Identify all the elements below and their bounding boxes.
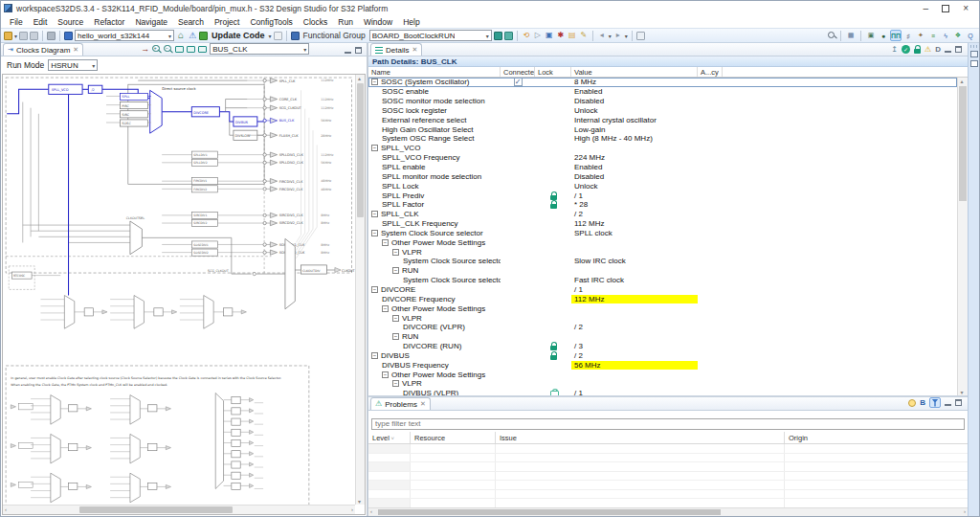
table-row[interactable]: SPLL_CLK Frequency112 MHz — [368, 219, 957, 229]
save-all-button[interactable] — [30, 32, 38, 40]
zoom-out-icon[interactable]: − — [164, 45, 172, 54]
fit-screen-icon[interactable] — [175, 46, 184, 53]
table-row[interactable]: DIVCORE (VLPR)/ 2 — [368, 323, 957, 332]
update-code-dropdown[interactable]: ▾ — [269, 33, 272, 39]
table-row[interactable]: −SPLL_VCO — [368, 144, 957, 153]
menu-navigate[interactable]: Navigate — [130, 17, 172, 27]
diagram-hscrollbar[interactable]: ‹ › — [3, 505, 355, 514]
tree-expander-icon[interactable]: − — [392, 333, 399, 340]
tab-details[interactable]: Details ✕ — [370, 43, 422, 56]
maximize-view-icon[interactable] — [955, 46, 962, 53]
close-icon[interactable]: ✕ — [73, 46, 78, 54]
tree-expander-icon[interactable]: − — [392, 380, 399, 387]
tree-expander-icon[interactable]: − — [392, 267, 399, 274]
problems-column-resource[interactable]: Resource — [411, 432, 496, 443]
menu-source[interactable]: Source — [53, 17, 88, 27]
table-row[interactable]: SOSC monitor mode selectionDisabled — [368, 97, 957, 106]
menu-help[interactable]: Help — [398, 17, 424, 27]
lock-icon[interactable] — [550, 200, 557, 209]
menu-window[interactable]: Window — [359, 17, 397, 27]
problems-filter-input[interactable] — [371, 418, 965, 430]
show-path-arrow-icon[interactable]: → — [141, 44, 149, 54]
table-row[interactable]: System OSC Range SelectHigh (8 MHz - 40 … — [368, 134, 957, 144]
actual-size-icon[interactable] — [198, 46, 207, 53]
table-row[interactable]: SPLL enableEnabled — [368, 163, 957, 172]
tree-expander-icon[interactable]: − — [382, 371, 389, 378]
diagram-canvas[interactable]: Direct source clock — [2, 74, 366, 515]
window-close-button[interactable]: × — [963, 4, 969, 13]
problems-column-level[interactable]: Level ˅ — [368, 432, 411, 443]
close-icon[interactable]: ✕ — [420, 400, 426, 408]
menu-run[interactable]: Run — [333, 17, 358, 27]
back-button[interactable]: ◂ — [597, 31, 607, 40]
new-wizard-button[interactable] — [4, 32, 12, 40]
search-icon[interactable] — [828, 32, 836, 40]
table-row[interactable]: −Other Power Mode Settings — [368, 303, 957, 313]
table-row[interactable]: DIVBUS Frequency56 MHz — [368, 360, 957, 370]
lock-filter-icon[interactable] — [914, 45, 921, 54]
last-edit-icon[interactable] — [636, 32, 645, 40]
table-row[interactable]: −DIVCORE/ 1 — [368, 285, 957, 295]
window-minimize-button[interactable]: – — [924, 4, 929, 13]
menu-file[interactable]: File — [5, 17, 28, 27]
functional-group-combo[interactable]: BOARD_BootClockRUN▾ — [369, 30, 492, 41]
table-row[interactable]: External reference selectInternal crysta… — [368, 115, 957, 124]
column-header-acy[interactable]: A...cy — [698, 67, 723, 77]
problems-column-issue[interactable]: Issue — [496, 432, 785, 443]
connected-checkbox[interactable]: ✓ — [514, 78, 523, 86]
tree-expander-icon[interactable]: − — [371, 211, 378, 217]
table-row[interactable]: SPLL monitor mode selectionDisabled — [368, 171, 957, 181]
menu-edit[interactable]: Edit — [29, 17, 53, 27]
build-button[interactable] — [47, 32, 56, 40]
restore-view-icon[interactable] — [970, 60, 978, 67]
perspective-clocks-icon[interactable]: ΠΠ — [890, 30, 902, 41]
column-header-value[interactable]: Value — [571, 67, 698, 77]
tree-expander-icon[interactable]: − — [382, 239, 389, 246]
table-row[interactable]: System Clock Source selector (VLPR)Slow … — [368, 257, 957, 266]
table-row[interactable]: System Clock Source selector (RUN)Fast I… — [368, 276, 957, 285]
forward-button[interactable]: ▸ — [613, 31, 623, 40]
home-icon[interactable]: ⌂ — [176, 31, 186, 40]
tab-clocks-diagram[interactable]: ⇥ Clocks Diagram ✕ — [3, 43, 83, 56]
table-row[interactable]: −Other Power Mode Settings — [368, 370, 957, 379]
diagram-vscrollbar[interactable]: ▴ ▾ — [355, 75, 365, 505]
lock-icon[interactable] — [550, 351, 557, 360]
open-folder-icon[interactable]: ▤ — [568, 31, 577, 40]
zoom-in-icon[interactable]: + — [152, 45, 161, 54]
lock-icon[interactable] — [550, 342, 557, 350]
back-dropdown[interactable]: ▾ — [609, 33, 612, 39]
column-header-connected[interactable]: Connected — [501, 67, 535, 77]
tree-expander-icon[interactable]: − — [371, 79, 378, 85]
annotate-icon[interactable]: ✎ — [579, 31, 589, 40]
perspective-comments-icon[interactable]: ❖ — [952, 30, 964, 41]
forward-dropdown[interactable]: ▾ — [625, 33, 628, 39]
table-row[interactable]: SPLL LockUnlock — [368, 181, 957, 191]
maximize-view-icon[interactable] — [355, 47, 362, 54]
tree-expander-icon[interactable]: − — [382, 305, 389, 312]
perspective-quick-icon[interactable]: Q — [965, 30, 976, 41]
refresh-icon[interactable]: ⟲ — [522, 31, 531, 40]
flag-icon-2[interactable] — [504, 32, 513, 40]
strip-gripper[interactable] — [970, 45, 978, 48]
table-row[interactable]: SOSC enableEnabled — [368, 87, 957, 97]
table-row[interactable]: SPLL Factor* 28 — [368, 200, 957, 210]
menu-search[interactable]: Search — [173, 17, 209, 27]
table-row[interactable]: −SOSC (System Oscillator)✓8 MHz — [368, 78, 957, 87]
menu-refactor[interactable]: Refactor — [89, 17, 129, 27]
table-row[interactable]: −SPLL_CLK/ 2 — [368, 210, 957, 219]
debug-icon[interactable]: ▣ — [545, 31, 554, 40]
update-code-button[interactable]: Update Code — [210, 31, 267, 40]
board-filter-icon[interactable]: B — [920, 398, 925, 407]
window-maximize-button[interactable] — [942, 5, 949, 12]
table-row[interactable]: High Gain Oscillator SelectLow-gain — [368, 124, 957, 134]
minimize-view-icon[interactable] — [945, 46, 951, 53]
menu-clocks[interactable]: Clocks — [299, 17, 333, 27]
defaults-icon[interactable]: D — [935, 45, 941, 54]
maximize-view-icon[interactable] — [955, 399, 962, 406]
perspective-cpp-icon[interactable]: ≡ — [927, 30, 939, 41]
new-wizard-dropdown[interactable]: ▾ — [14, 33, 17, 39]
table-row[interactable]: SOSC lock registerUnlock — [368, 106, 957, 116]
tree-expander-icon[interactable]: − — [371, 286, 378, 293]
table-row[interactable]: −VLPR — [368, 247, 957, 257]
close-icon[interactable]: ✕ — [412, 46, 417, 54]
